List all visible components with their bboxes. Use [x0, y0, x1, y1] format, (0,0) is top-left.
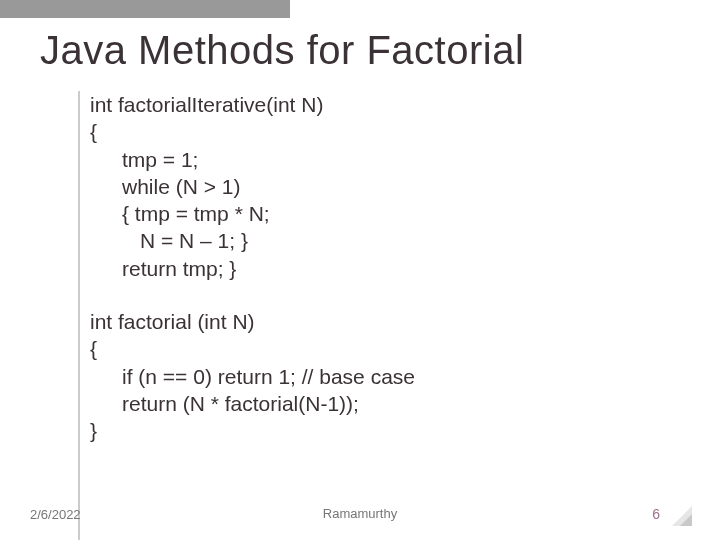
code-block-recursive: int factorial (int N) { if (n == 0) retu… [90, 308, 680, 444]
code-line: return (N * factorial(N-1)); [90, 390, 680, 417]
slide: Java Methods for Factorial int factorial… [0, 0, 720, 540]
footer: 2/6/2022 Ramamurthy 6 [0, 506, 720, 522]
code-block-iterative: int factorialIterative(int N) { tmp = 1;… [90, 91, 680, 282]
code-line: while (N > 1) [90, 173, 680, 200]
code-line: N = N – 1; } [90, 227, 680, 254]
footer-page-number: 6 [652, 506, 660, 522]
code-line: return tmp; } [90, 255, 680, 282]
code-line: if (n == 0) return 1; // base case [90, 363, 680, 390]
code-line: } [90, 417, 680, 444]
code-line: { [90, 118, 680, 145]
code-line: tmp = 1; [90, 146, 680, 173]
slide-title: Java Methods for Factorial [40, 28, 680, 73]
vertical-rule [78, 91, 80, 540]
slide-body: int factorialIterative(int N) { tmp = 1;… [40, 91, 680, 445]
code-line: int factorialIterative(int N) [90, 91, 680, 118]
footer-date: 2/6/2022 [30, 507, 81, 522]
code-line: int factorial (int N) [90, 308, 680, 335]
page-curl-icon [670, 504, 692, 526]
footer-author: Ramamurthy [323, 506, 397, 521]
code-line: { tmp = tmp * N; [90, 200, 680, 227]
code-line: { [90, 335, 680, 362]
